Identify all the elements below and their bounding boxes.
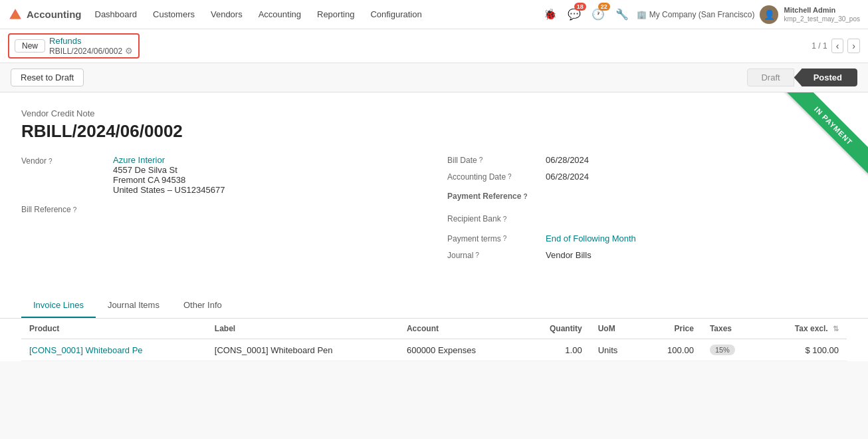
journal-label: Journal ? — [447, 251, 540, 260]
company-name: My Company (San Francisco) — [649, 10, 755, 19]
recipient-bank-field: Recipient Bank ? — [447, 211, 847, 227]
messages-icon[interactable]: 💬 18 — [565, 5, 584, 24]
tab-other-info[interactable]: Other Info — [171, 293, 234, 318]
breadcrumb-selected: New Refunds RBILL/2024/06/0002 ⚙ — [8, 33, 140, 59]
wrench-icon[interactable]: 🔧 — [613, 5, 631, 24]
top-nav: Accounting Dashboard Customers Vendors A… — [0, 0, 868, 29]
cell-taxes: 15% — [702, 339, 761, 361]
messages-badge: 18 — [574, 3, 586, 11]
reset-to-draft-button[interactable]: Reset to Draft — [11, 69, 84, 86]
col-label: Label — [207, 319, 399, 339]
table-header-row: Product Label Account Quantity UoM Price… — [21, 319, 847, 339]
cell-tax-excl: $ 100.00 — [761, 339, 847, 361]
doc-number: RBILL/2024/06/0002 — [21, 121, 847, 142]
col-taxes: Taxes — [702, 319, 761, 339]
tax-badge: 15% — [710, 345, 735, 355]
breadcrumb-parent-label[interactable]: Refunds — [49, 36, 133, 46]
vendor-addr3: United States – US12345677 — [113, 185, 407, 195]
app-logo: Accounting — [8, 7, 82, 22]
nav-vendors[interactable]: Vendors — [204, 5, 249, 23]
status-draft[interactable]: Draft — [747, 69, 794, 86]
cell-account: 600000 Expenses — [399, 339, 521, 361]
recipient-bank-label: Recipient Bank ? — [447, 214, 540, 223]
ribbon-container: IN PAYMENT — [762, 92, 868, 199]
cell-uom: Units — [590, 339, 641, 361]
table-row[interactable]: [CONS_0001] Whiteboard Pe [CONS_0001] Wh… — [21, 339, 847, 361]
breadcrumb-nav: 1 / 1 ‹ › — [812, 39, 860, 53]
user-env: kmp_2_test_may_30_pos — [784, 15, 860, 23]
nav-configuration[interactable]: Configuration — [364, 5, 428, 23]
tab-journal-items[interactable]: Journal Items — [96, 293, 171, 318]
breadcrumb-parent: Refunds RBILL/2024/06/0002 ⚙ — [49, 36, 133, 56]
accounting-date-label: Accounting Date ? — [447, 172, 540, 182]
bill-reference-label: Bill Reference ? — [21, 205, 108, 214]
gear-icon[interactable]: ⚙ — [125, 46, 133, 56]
payment-terms-field: Payment terms ? End of Following Month — [447, 233, 847, 243]
bill-reference-input[interactable] — [113, 202, 407, 218]
col-quantity: Quantity — [521, 319, 590, 339]
vendor-addr2: Fremont CA 94538 — [113, 175, 407, 185]
nav-accounting[interactable]: Accounting — [252, 5, 308, 23]
recipient-bank-input[interactable] — [546, 211, 847, 227]
clock-badge: 22 — [598, 3, 610, 11]
breadcrumb-current-id: RBILL/2024/06/0002 — [49, 47, 122, 56]
cell-label: [CONS_0001] Whiteboard Pen — [207, 339, 399, 361]
main-content: IN PAYMENT Vendor Credit Note RBILL/2024… — [0, 92, 868, 361]
pagination-text: 1 / 1 — [812, 41, 827, 51]
col-account: Account — [399, 319, 521, 339]
payment-terms-value[interactable]: End of Following Month — [546, 233, 636, 243]
debug-icon[interactable]: 🐞 — [541, 5, 560, 24]
col-product: Product — [21, 319, 207, 339]
vendor-label: Vendor ? — [21, 155, 108, 166]
col-tax-excl: Tax excl. ⇅ — [761, 319, 847, 339]
accounting-date-value[interactable]: 06/28/2024 — [546, 172, 589, 182]
nav-next-button[interactable]: › — [847, 39, 860, 53]
vendor-addr1: 4557 De Silva St — [113, 165, 407, 175]
payment-terms-label: Payment terms ? — [447, 234, 540, 243]
payment-ref-label: Payment Reference ? — [447, 192, 540, 201]
breadcrumb-bar: New Refunds RBILL/2024/06/0002 ⚙ 1 / 1 ‹… — [0, 29, 868, 63]
nav-reporting[interactable]: Reporting — [310, 5, 361, 23]
new-button[interactable]: New — [15, 39, 45, 53]
sort-icon[interactable]: ⇅ — [833, 325, 839, 333]
cell-product: [CONS_0001] Whiteboard Pe — [21, 339, 207, 361]
form-left: Vendor ? Azure Interior 4557 De Silva St… — [21, 155, 434, 267]
invoice-table: Product Label Account Quantity UoM Price… — [21, 319, 847, 361]
cell-price: 100.00 — [641, 339, 702, 361]
form-grid: Vendor ? Azure Interior 4557 De Silva St… — [21, 155, 847, 267]
action-bar: Reset to Draft Draft Posted — [0, 63, 868, 92]
clock-icon[interactable]: 🕐 22 — [589, 5, 607, 24]
user-name: Mitchell Admin — [784, 5, 860, 15]
journal-field: Journal ? Vendor Bills — [447, 250, 847, 260]
user-info: Mitchell Admin kmp_2_test_may_30_pos — [784, 5, 860, 23]
in-payment-ribbon: IN PAYMENT — [784, 92, 868, 175]
user-avatar[interactable]: 👤 — [760, 5, 778, 24]
company-flag: 🏢 — [637, 10, 647, 19]
table-section: Product Label Account Quantity UoM Price… — [0, 319, 868, 361]
nav-dashboard[interactable]: Dashboard — [88, 5, 144, 23]
nav-customers[interactable]: Customers — [146, 5, 201, 23]
col-uom: UoM — [590, 319, 641, 339]
vendor-name[interactable]: Azure Interior — [113, 155, 407, 165]
doc-type-label: Vendor Credit Note — [21, 108, 847, 118]
company-info: 🏢 My Company (San Francisco) — [637, 10, 755, 19]
col-price: Price — [641, 319, 702, 339]
bill-date-value[interactable]: 06/28/2024 — [546, 155, 589, 165]
bill-date-label: Bill Date ? — [447, 156, 540, 165]
status-bar: Draft Posted — [747, 69, 857, 86]
document-area: Vendor Credit Note RBILL/2024/06/0002 Ve… — [0, 92, 868, 293]
bill-reference-field: Bill Reference ? — [21, 202, 407, 218]
logo-icon — [8, 7, 23, 22]
cell-quantity: 1.00 — [521, 339, 590, 361]
status-posted[interactable]: Posted — [794, 69, 857, 86]
app-name: Accounting — [27, 9, 82, 20]
tab-invoice-lines[interactable]: Invoice Lines — [21, 293, 96, 318]
journal-value[interactable]: Vendor Bills — [546, 250, 592, 260]
nav-prev-button[interactable]: ‹ — [831, 39, 844, 53]
vendor-value: Azure Interior 4557 De Silva St Fremont … — [113, 155, 407, 195]
vendor-field: Vendor ? Azure Interior 4557 De Silva St… — [21, 155, 407, 195]
tabs-bar: Invoice Lines Journal Items Other Info — [0, 293, 868, 319]
